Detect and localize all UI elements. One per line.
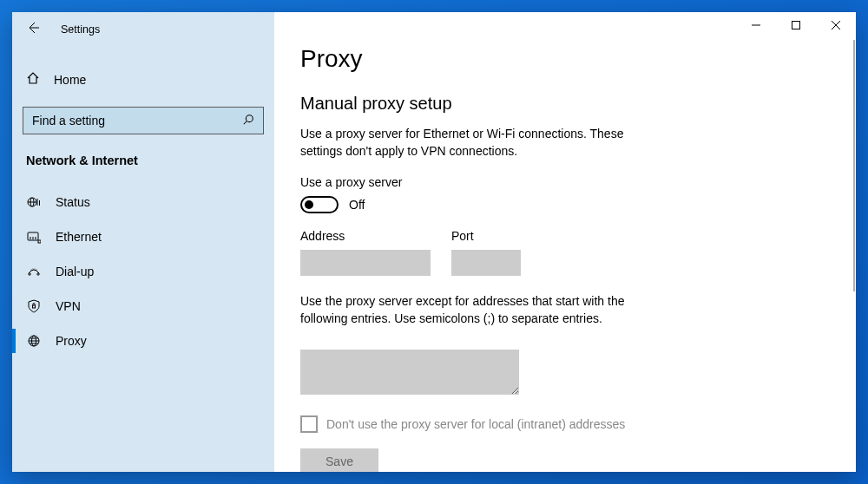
local-checkbox-row: Don't use the proxy server for local (in… bbox=[300, 415, 830, 433]
svg-point-17 bbox=[36, 270, 37, 271]
window-controls bbox=[736, 12, 856, 38]
port-field: Port bbox=[451, 229, 521, 276]
sidebar: Settings Home Network & Internet Sta bbox=[12, 12, 274, 472]
bypass-description: Use the proxy server except for addresse… bbox=[300, 293, 648, 327]
address-field: Address bbox=[300, 229, 431, 276]
sidebar-item-label: Ethernet bbox=[56, 230, 102, 244]
search-icon bbox=[242, 114, 254, 128]
manual-section-title: Manual proxy setup bbox=[300, 94, 830, 114]
globe-status-icon bbox=[26, 195, 42, 209]
nav-list: Status Ethernet Dial-up VPN bbox=[12, 185, 274, 358]
sidebar-item-vpn[interactable]: VPN bbox=[12, 289, 274, 324]
svg-line-1 bbox=[244, 121, 247, 124]
sidebar-item-dialup[interactable]: Dial-up bbox=[12, 254, 274, 289]
save-button[interactable]: Save bbox=[300, 448, 378, 472]
sidebar-item-label: Dial-up bbox=[56, 265, 94, 278]
toggle-knob-icon bbox=[305, 200, 313, 209]
use-proxy-toggle-row: Off bbox=[300, 196, 830, 213]
local-checkbox[interactable] bbox=[300, 415, 318, 433]
scrollbar-thumb[interactable] bbox=[853, 40, 855, 291]
svg-point-0 bbox=[246, 114, 253, 121]
local-checkbox-label: Don't use the proxy server for local (in… bbox=[326, 417, 625, 431]
category-label: Network & Internet bbox=[12, 141, 274, 176]
ethernet-icon bbox=[26, 230, 42, 244]
search-box[interactable] bbox=[23, 107, 264, 134]
bypass-input[interactable] bbox=[300, 350, 519, 395]
port-input[interactable] bbox=[451, 250, 521, 276]
svg-rect-11 bbox=[38, 240, 41, 243]
globe-icon bbox=[26, 334, 42, 348]
shield-icon bbox=[26, 299, 42, 313]
main-panel: Proxy Manual proxy setup Use a proxy ser… bbox=[274, 12, 856, 472]
svg-point-16 bbox=[31, 270, 32, 271]
search-input[interactable] bbox=[32, 114, 242, 128]
sidebar-item-proxy[interactable]: Proxy bbox=[12, 324, 274, 358]
search-wrap bbox=[12, 100, 274, 141]
manual-description: Use a proxy server for Ethernet or Wi-Fi… bbox=[300, 126, 665, 160]
content-scroll: Proxy Manual proxy setup Use a proxy ser… bbox=[300, 40, 830, 472]
content-area: Proxy Manual proxy setup Use a proxy ser… bbox=[274, 40, 856, 472]
port-label: Port bbox=[451, 229, 521, 243]
address-input[interactable] bbox=[300, 250, 431, 276]
page-title: Proxy bbox=[300, 45, 830, 73]
sidebar-item-label: VPN bbox=[56, 299, 81, 313]
address-port-row: Address Port bbox=[300, 229, 830, 276]
svg-point-12 bbox=[29, 273, 30, 275]
svg-point-13 bbox=[37, 273, 39, 275]
use-proxy-toggle-state: Off bbox=[349, 198, 365, 212]
sidebar-item-ethernet[interactable]: Ethernet bbox=[12, 219, 274, 254]
sidebar-home-label: Home bbox=[54, 73, 86, 87]
maximize-button[interactable] bbox=[776, 12, 816, 38]
svg-point-14 bbox=[33, 269, 34, 270]
settings-window: Settings Home Network & Internet Sta bbox=[12, 12, 856, 472]
sidebar-item-label: Proxy bbox=[56, 334, 87, 348]
sidebar-item-label: Status bbox=[56, 195, 90, 209]
svg-rect-18 bbox=[33, 305, 36, 308]
titlebar bbox=[274, 12, 856, 40]
svg-rect-25 bbox=[792, 22, 800, 29]
app-title: Settings bbox=[61, 23, 100, 36]
scrollbar-track[interactable] bbox=[853, 40, 855, 472]
use-proxy-toggle[interactable] bbox=[300, 196, 339, 213]
close-button[interactable] bbox=[816, 12, 856, 38]
svg-point-15 bbox=[35, 269, 36, 270]
minimize-button[interactable] bbox=[736, 12, 776, 38]
home-icon bbox=[26, 71, 40, 88]
address-label: Address bbox=[300, 229, 431, 243]
sidebar-header: Settings bbox=[12, 12, 274, 45]
use-proxy-label: Use a proxy server bbox=[300, 175, 830, 189]
back-arrow-icon[interactable] bbox=[26, 21, 40, 38]
sidebar-item-status[interactable]: Status bbox=[12, 185, 274, 219]
sidebar-home[interactable]: Home bbox=[12, 62, 274, 96]
dialup-icon bbox=[26, 265, 42, 278]
